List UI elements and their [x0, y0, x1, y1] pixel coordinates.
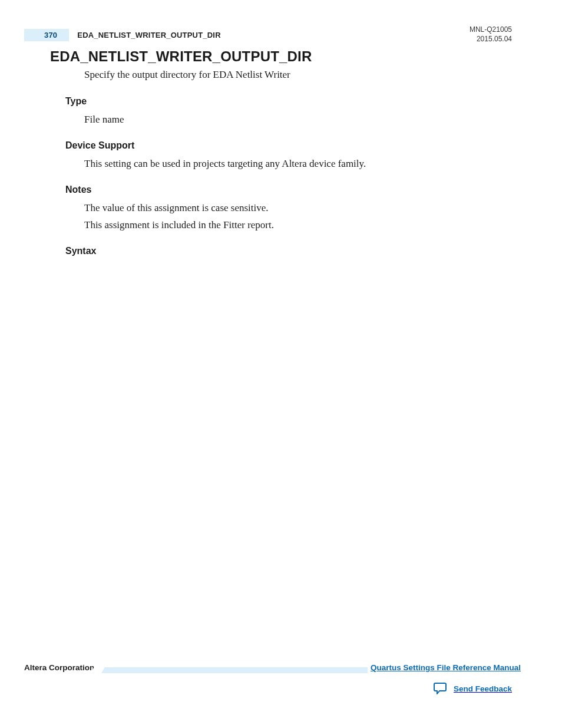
section-heading-notes: Notes: [65, 185, 512, 195]
section-body-device-support: This setting can be used in projects tar…: [84, 156, 512, 173]
doc-date: 2015.05.04: [470, 34, 512, 44]
section-heading-syntax: Syntax: [65, 246, 512, 256]
doc-id: MNL-Q21005: [470, 25, 512, 34]
content: EDA_NETLIST_WRITER_OUTPUT_DIR Specify th…: [50, 48, 512, 261]
footer-company: Altera Corporation: [24, 663, 94, 672]
header-right: MNL-Q21005 2015.05.04: [470, 25, 512, 44]
speech-bubble-icon: [434, 682, 448, 695]
footer: Altera Corporation Quartus Settings File…: [24, 662, 521, 676]
page-number: 370: [24, 29, 69, 41]
running-title: EDA_NETLIST_WRITER_OUTPUT_DIR: [77, 31, 220, 39]
section-body-notes-0: The value of this assignment is case sen…: [84, 200, 512, 217]
intro-paragraph: Specify the output directory for EDA Net…: [84, 68, 512, 82]
section-heading-type: Type: [65, 96, 512, 107]
section-heading-device-support: Device Support: [65, 140, 512, 151]
header-left: 370 EDA_NETLIST_WRITER_OUTPUT_DIR: [24, 29, 221, 41]
send-feedback-label: Send Feedback: [454, 684, 512, 693]
footer-manual-link[interactable]: Quartus Settings File Reference Manual: [371, 663, 521, 672]
section-body-type: File name: [84, 111, 512, 129]
footer-divider-bar: [100, 667, 368, 673]
send-feedback-link[interactable]: Send Feedback: [434, 682, 512, 695]
page-title: EDA_NETLIST_WRITER_OUTPUT_DIR: [50, 48, 512, 65]
section-body-notes-1: This assignment is included in the Fitte…: [84, 217, 512, 234]
